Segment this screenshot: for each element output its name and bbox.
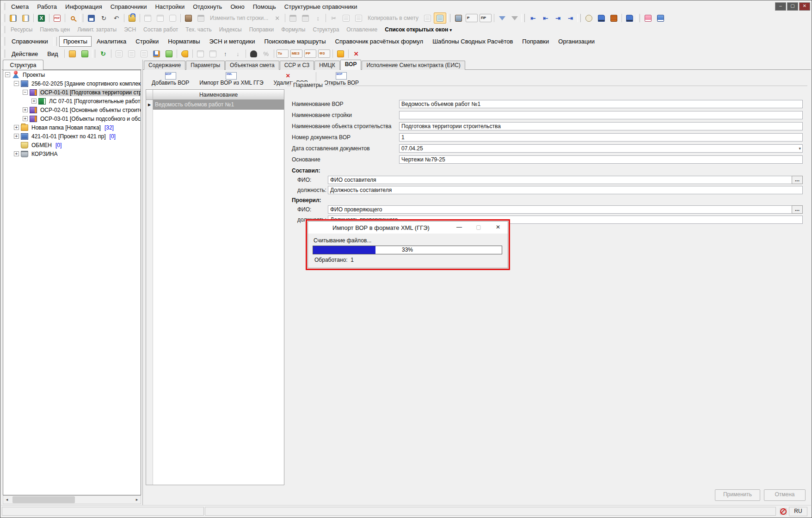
filter-button[interactable]	[496, 12, 508, 24]
tab-vor[interactable]: ВОР	[340, 60, 362, 70]
doc-date-input[interactable]: 07.04.25	[399, 144, 803, 153]
tab-ssr-sz[interactable]: ССР и СЗ	[280, 61, 314, 70]
toolbar-grip[interactable]	[2, 26, 5, 34]
doc-number-input[interactable]: 1	[399, 133, 803, 142]
collapse-icon[interactable]: −	[14, 81, 19, 86]
name-column-header[interactable]: Наименование	[153, 90, 284, 99]
move-up-button[interactable]: ↑	[219, 48, 232, 59]
module-tab-analitika[interactable]: Аналитика	[92, 36, 130, 47]
fz-button[interactable]: ФЗ	[317, 48, 331, 59]
module-tab-proekty[interactable]: Проекты	[59, 36, 92, 47]
checker-fio-ellipsis-button[interactable]: ...	[792, 205, 803, 214]
object-settings-button[interactable]	[150, 48, 163, 59]
expand-icon[interactable]: +	[23, 116, 28, 121]
delivery-button[interactable]	[623, 12, 636, 24]
tree-item-korzina[interactable]: + КОРЗИНА	[3, 149, 141, 158]
tab-soderzhanie[interactable]: Содержание	[144, 61, 185, 70]
filter-clear-button[interactable]	[508, 12, 521, 24]
estimates-book-button[interactable]	[642, 12, 654, 24]
import-vor-button[interactable]: XML Импорт ВОР из XML ГГЭ	[194, 70, 268, 88]
horizontal-scrollbar[interactable]: ◂ ▸	[3, 495, 141, 504]
indent-right-button[interactable]: ⇥	[552, 12, 564, 24]
tree-item-osr-03-01[interactable]: + ОСР-03-01 [Объекты подсобного и обслуж	[3, 114, 141, 123]
scrollbar-thumb[interactable]	[12, 496, 75, 503]
collapse-icon[interactable]: −	[23, 90, 28, 95]
access-key-button[interactable]	[178, 48, 191, 59]
module-tab-organizacii[interactable]: Организации	[554, 36, 599, 47]
module-tab-poiskovye-marshruty[interactable]: Поисковые маршруты	[260, 36, 330, 47]
add-vor-button[interactable]: ВОР Добавить ВОР	[147, 70, 194, 88]
stamp-button[interactable]	[182, 12, 195, 24]
open-windows-list-button[interactable]: Список открытых окон ▾	[381, 25, 455, 34]
menu-informacia[interactable]: Информация	[61, 2, 106, 12]
expand-icon[interactable]: +	[14, 125, 19, 130]
pdf-export-button[interactable]: PDF	[51, 12, 63, 24]
tab-ispolnenie-smety[interactable]: Исполнение Сметы контракта (ЕИС)	[362, 61, 465, 70]
structure-add-button[interactable]	[19, 12, 32, 24]
tab-nmck[interactable]: НМЦК	[314, 61, 340, 70]
undo-button[interactable]: ↶	[110, 12, 123, 24]
stroyka-name-input[interactable]	[399, 111, 803, 119]
indent-first-button[interactable]: ⇤	[527, 12, 539, 24]
action-menu[interactable]: Действие	[7, 49, 43, 59]
rr-button[interactable]: РР	[303, 48, 317, 59]
view-menu[interactable]: Вид	[43, 49, 63, 59]
tree-item-novaya-papka[interactable]: + Новая папка [Новая папка] [32]	[3, 123, 141, 132]
dialog-minimize-button[interactable]: —	[449, 222, 469, 233]
pr-mode-button[interactable]: ПР	[479, 12, 492, 24]
basis-input[interactable]: Чертежи №79-25	[399, 155, 803, 164]
window-minimize-button[interactable]: –	[775, 2, 786, 11]
collapse-icon[interactable]: −	[5, 72, 10, 77]
expand-icon[interactable]: +	[31, 99, 37, 104]
module-tab-spravochniki[interactable]: Справочники	[7, 36, 52, 47]
scroll-left-arrow[interactable]: ◂	[3, 496, 11, 503]
indent-left-button[interactable]: ⇤	[539, 12, 552, 24]
module-tab-normativy[interactable]: Нормативы	[164, 36, 204, 47]
tree-item-ls-07-01[interactable]: + ЛС 07-01 [Подготовительные работы (	[3, 97, 141, 105]
menu-okno[interactable]: Окно	[226, 2, 248, 12]
toolbar-grip[interactable]	[80, 14, 83, 22]
menu-otdohnut[interactable]: Отдохнуть	[189, 2, 226, 12]
archive-button[interactable]	[334, 48, 347, 59]
paste-doc-button[interactable]	[434, 12, 446, 24]
tree-item-obmen[interactable]: ОБМЕН [0]	[3, 141, 141, 149]
dialog-close-button[interactable]: ✕	[488, 222, 508, 233]
unlock-button[interactable]	[126, 12, 138, 24]
toolbar-grip[interactable]	[2, 49, 5, 58]
tree-item-osr-02-01[interactable]: + ОСР-02-01 [Основные объекты строител	[3, 105, 141, 114]
module-tab-stroiki[interactable]: Стройки	[131, 36, 163, 47]
toolbar-grip[interactable]	[522, 14, 525, 22]
module-tab-spravochnik-formul[interactable]: Справочник расчётных формул	[331, 36, 428, 47]
module-tab-popravki[interactable]: Поправки	[518, 36, 553, 47]
checker-fio-input[interactable]: ФИО проверяющего	[328, 205, 803, 214]
toolbar-grip[interactable]	[92, 49, 95, 58]
module-tab-shablony-svodnyh[interactable]: Шаблоны Сводных Расчётов	[428, 36, 517, 47]
author-fio-ellipsis-button[interactable]: ...	[792, 176, 803, 184]
p-mode-button[interactable]: P	[465, 12, 479, 24]
export-object-button[interactable]	[163, 48, 175, 59]
expand-icon[interactable]: +	[14, 134, 19, 139]
folder-import-button[interactable]	[66, 48, 79, 59]
excel-export-button[interactable]: X	[35, 12, 48, 24]
toolbar-grip[interactable]	[637, 14, 640, 22]
menu-spravochniki[interactable]: Справочники	[106, 2, 151, 12]
vor-row-name[interactable]: Ведомость объемов работ №1	[153, 100, 284, 110]
object-name-input[interactable]: Подготовка территории строительства	[399, 122, 803, 130]
tab-obektnaya-smeta[interactable]: Объектная смета	[225, 61, 279, 70]
to-button[interactable]: То	[276, 48, 289, 59]
menu-pomosh[interactable]: Помощь	[249, 2, 280, 12]
menu-rabota[interactable]: Работа	[33, 2, 61, 12]
toolbar-grip[interactable]	[2, 14, 5, 22]
dialog-title-bar[interactable]: Импорт ВОР в формате XML (ГГЭ) — ▢ ✕	[308, 222, 508, 234]
tree-item-osr-01-01[interactable]: − ОСР-01-01 [Подготовка территории строи	[3, 88, 141, 97]
tree-item-421-01-01[interactable]: + 421-01-01 [Проект по 421 пр] [0]	[3, 132, 141, 141]
tab-parametry[interactable]: Параметры	[186, 61, 225, 70]
transport-button[interactable]	[595, 12, 608, 24]
vor-name-input[interactable]: Ведомость объемов работ №1	[399, 100, 803, 108]
save-button[interactable]	[85, 12, 98, 24]
toolbar-grip[interactable]	[447, 14, 450, 22]
expand-icon[interactable]: +	[14, 151, 19, 156]
search-button[interactable]	[67, 12, 79, 24]
close-project-button[interactable]: ✕	[350, 48, 363, 59]
normbase-book-button[interactable]	[654, 12, 667, 24]
